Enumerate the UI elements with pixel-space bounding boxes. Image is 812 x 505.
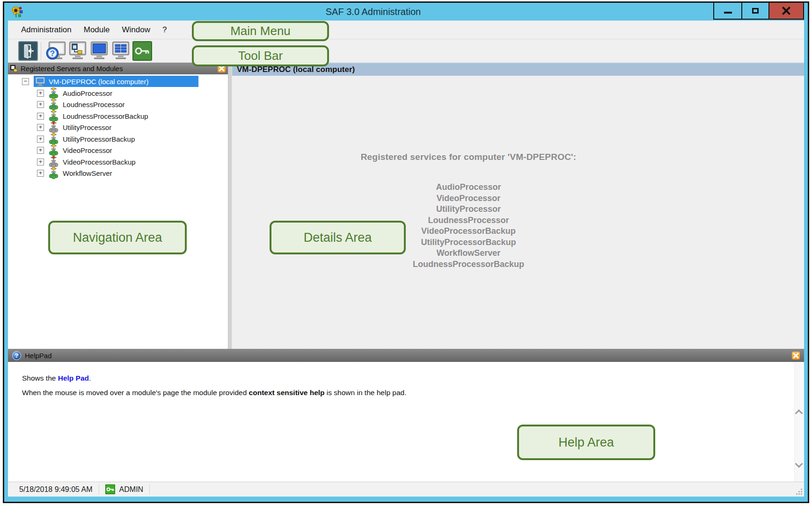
maximize-button[interactable] (741, 3, 768, 19)
menu-item[interactable]: Window (116, 21, 156, 39)
callout-main-menu: Main Menu (192, 21, 329, 41)
close-icon (782, 6, 791, 15)
tree-item-label: VideoProcessor (63, 146, 112, 154)
scroll-down-icon[interactable] (795, 460, 803, 468)
toolbar-separator (41, 42, 41, 60)
minimize-button[interactable] (714, 3, 741, 19)
navigation-panel-title: Registered Servers and Modules (21, 65, 218, 72)
tool-bar: ? (8, 39, 804, 63)
key-icon (132, 41, 152, 61)
server-tree: − VM-DPEPROC (local computer) (8, 74, 228, 179)
tree-item[interactable]: + VideoProcessor (37, 156, 228, 168)
window-title: SAF 3.0 Administration (4, 3, 742, 21)
collapse-icon[interactable]: − (22, 78, 29, 85)
tree-item[interactable]: + LoudnessProces (37, 99, 228, 111)
grid-view-icon (110, 41, 131, 61)
tree-item[interactable]: + VideoProcessor (37, 145, 228, 157)
maximize-icon (752, 8, 759, 14)
menu-item[interactable]: Module (78, 21, 116, 39)
panel-splitter[interactable] (228, 63, 232, 349)
tree-item-label: UtilityProcessor (63, 123, 111, 131)
expand-icon[interactable]: + (37, 147, 44, 154)
module-window-icon (67, 41, 88, 61)
callout-label: Tool Bar (238, 49, 283, 63)
tree-item-label: VM-DPEPROC (local computer) (49, 78, 148, 86)
admin-key-icon (105, 484, 115, 494)
desktop-icon (89, 41, 110, 61)
help-text-bold: context sensitive help (249, 389, 325, 397)
menu-item[interactable]: Administration (15, 21, 78, 39)
expand-icon[interactable]: + (37, 101, 44, 108)
tree-item-label: WorkflowServer (63, 169, 112, 177)
callout-tool-bar: Tool Bar (192, 45, 329, 66)
expand-icon[interactable]: + (37, 113, 44, 120)
service-status-icon (49, 99, 59, 110)
tree-item[interactable]: + UtilityProcess (37, 122, 228, 134)
helppad-close-icon[interactable] (792, 352, 800, 360)
help-scrollbar[interactable] (794, 362, 804, 482)
statusbar-separator (149, 484, 150, 495)
callout-help-area: Help Area (517, 425, 655, 460)
service-name: LoudnessProcessorBackup (232, 259, 705, 270)
tree-item-label: UtilityProcessorBackup (63, 135, 135, 143)
expand-icon[interactable]: + (37, 136, 44, 143)
close-button[interactable] (768, 3, 803, 19)
exit-icon (18, 41, 38, 61)
callout-navigation-area: Navigation Area (48, 221, 187, 254)
title-bar: SAF 3.0 Administration (4, 3, 808, 21)
registered-services-message: Registered services for computer 'VM-DPE… (232, 152, 705, 162)
expand-icon[interactable]: + (37, 170, 44, 177)
tree-item[interactable]: + LoudnessProces (37, 110, 228, 122)
main-area: Registered Servers and Modules − (8, 63, 804, 349)
help-text: When the mouse is moved over a module's … (22, 389, 249, 397)
status-timestamp: 5/18/2018 9:49:05 AM (19, 485, 93, 494)
navigation-panel: Registered Servers and Modules − (8, 63, 228, 349)
tree-selection[interactable]: VM-DPEPROC (local computer) (34, 76, 198, 87)
statusbar-separator (99, 484, 99, 495)
tree-item[interactable]: + AudioProcessor (37, 87, 228, 99)
help-text-line2: When the mouse is moved over a module's … (22, 389, 406, 397)
help-pad-link[interactable]: Help Pad (58, 374, 89, 382)
scroll-up-icon[interactable] (795, 410, 803, 418)
expand-icon[interactable]: + (37, 159, 44, 166)
expand-icon[interactable]: + (37, 124, 44, 131)
callout-label: Details Area (304, 231, 372, 245)
service-status-icon (49, 156, 59, 168)
minimize-icon (724, 12, 732, 14)
help-text: Shows the (22, 374, 58, 382)
tree-item-root[interactable]: − VM-DPEPROC (local computer) (22, 75, 228, 87)
menu-item[interactable]: ? (156, 21, 173, 39)
tree-item-label: VideoProcessorBackup (63, 158, 136, 166)
help-area: Shows the Help Pad. When the mouse is mo… (8, 362, 804, 482)
grid-view-button[interactable] (110, 40, 132, 62)
service-status-icon (49, 122, 59, 133)
callout-label: Main Menu (230, 24, 291, 38)
tree-item[interactable]: + UtilityProcess (37, 133, 228, 145)
help-text: . (89, 374, 91, 382)
help-button[interactable]: ? (45, 40, 67, 62)
security-button[interactable] (132, 40, 153, 62)
help-text-line1: Shows the Help Pad. (22, 374, 91, 382)
dock-panel-icon (10, 65, 17, 72)
callout-label: Help Area (558, 435, 614, 450)
status-username: ADMIN (119, 485, 144, 494)
tree-item-label: LoudnessProcessorBackup (63, 112, 148, 120)
service-name: UtilityProcessor (232, 204, 705, 215)
tree-item-label: AudioProcessor (63, 89, 112, 97)
expand-icon[interactable]: + (37, 90, 44, 97)
service-status-icon (49, 144, 59, 156)
exit-button[interactable] (17, 40, 39, 62)
service-status-icon (49, 87, 59, 99)
callout-details-area: Details Area (270, 221, 406, 254)
modules-button[interactable] (67, 40, 88, 62)
tree-item[interactable]: + WorkflowServer (37, 168, 228, 180)
show-screen-button[interactable] (88, 40, 110, 62)
service-status-icon (49, 110, 59, 122)
svg-text:?: ? (50, 49, 55, 58)
tree-item-label: LoudnessProcessor (63, 101, 125, 108)
help-monitor-icon: ? (45, 41, 67, 61)
details-body: Registered services for computer 'VM-DPE… (232, 76, 804, 349)
help-text: is shown in the help pad. (325, 389, 407, 397)
resize-grip[interactable] (797, 489, 802, 495)
service-name: VideoProcessor (232, 193, 705, 204)
